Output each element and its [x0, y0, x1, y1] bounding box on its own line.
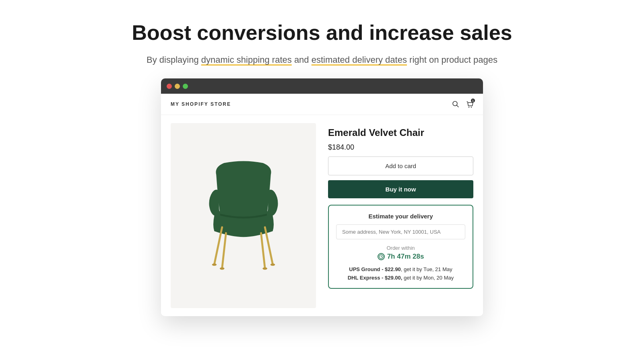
maximize-button-icon[interactable] — [183, 84, 188, 89]
minimize-button-icon[interactable] — [175, 84, 180, 89]
product-price: $184.00 — [328, 143, 473, 152]
cart-icon[interactable]: 1 — [465, 100, 473, 108]
product-details: Emerald Velvet Chair $184.00 Add to card… — [328, 123, 473, 308]
product-image-container — [171, 123, 316, 308]
svg-line-1 — [457, 105, 459, 107]
buy-now-button[interactable]: Buy it now — [328, 180, 473, 198]
svg-line-14 — [381, 257, 382, 257]
dhl-delivery: get it by Mon, 20 May — [402, 275, 454, 281]
dhl-carrier: DHL Express - $29.00, — [348, 275, 402, 281]
address-input[interactable] — [336, 224, 465, 239]
browser-titlebar — [161, 78, 483, 94]
store-nav: MY SHOPIFY STORE — [161, 94, 483, 115]
ups-delivery: , get it by Tue, 21 May — [401, 266, 452, 272]
page-headline: Boost conversions and increase sales — [132, 20, 512, 45]
browser-content: MY SHOPIFY STORE — [161, 94, 483, 316]
countdown-value: 7h 47m 28s — [387, 253, 424, 261]
svg-point-2 — [469, 107, 469, 108]
add-to-cart-button[interactable]: Add to card — [328, 156, 473, 175]
subtitle-middle: and — [292, 55, 312, 65]
svg-point-8 — [219, 267, 224, 270]
svg-point-11 — [270, 263, 275, 266]
svg-point-3 — [471, 107, 472, 108]
chair-image — [191, 155, 296, 276]
subtitle-after: right on product pages — [407, 55, 497, 65]
ups-carrier: UPS Ground - $22.90 — [349, 266, 401, 272]
svg-line-7 — [265, 227, 272, 264]
svg-point-9 — [262, 267, 267, 270]
svg-line-4 — [222, 233, 226, 268]
delivery-widget: Estimate your delivery Order within 7h 4… — [328, 205, 473, 289]
svg-point-10 — [212, 263, 217, 266]
delivery-widget-title: Estimate your delivery — [336, 213, 465, 220]
shipping-options: UPS Ground - $22.90, get it by Tue, 21 M… — [336, 266, 465, 281]
subtitle-highlight1: dynamic shipping rates — [201, 55, 292, 65]
svg-line-6 — [214, 227, 222, 264]
cart-count: 1 — [472, 99, 474, 102]
countdown-timer: 7h 47m 28s — [336, 253, 465, 261]
close-button-icon[interactable] — [167, 84, 172, 89]
order-within-label: Order within — [336, 245, 465, 251]
nav-icons: 1 — [452, 100, 473, 108]
browser-window: MY SHOPIFY STORE — [161, 78, 483, 316]
svg-line-5 — [261, 233, 265, 268]
cart-badge: 1 — [471, 99, 475, 103]
shipping-option-dhl: DHL Express - $29.00, get it by Mon, 20 … — [336, 275, 465, 281]
product-area: Emerald Velvet Chair $184.00 Add to card… — [161, 115, 483, 316]
page-subtitle: By displaying dynamic shipping rates and… — [132, 53, 512, 66]
clock-icon — [378, 253, 385, 260]
shipping-option-ups: UPS Ground - $22.90, get it by Tue, 21 M… — [336, 266, 465, 272]
subtitle-before: By displaying — [147, 55, 201, 65]
product-title: Emerald Velvet Chair — [328, 127, 473, 138]
header-section: Boost conversions and increase sales By … — [91, 20, 552, 66]
search-icon[interactable] — [452, 100, 460, 108]
subtitle-highlight2: estimated delivery dates — [312, 55, 407, 65]
store-name: MY SHOPIFY STORE — [171, 101, 231, 107]
